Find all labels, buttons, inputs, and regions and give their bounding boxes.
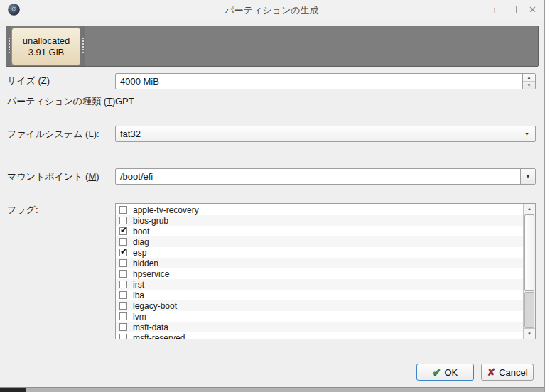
- flag-checkbox[interactable]: [119, 291, 127, 299]
- flag-label: bios-grub: [133, 216, 168, 226]
- flag-row[interactable]: lvm: [116, 311, 524, 322]
- scrollbar-track[interactable]: [524, 292, 534, 328]
- flag-checkbox[interactable]: [119, 334, 127, 339]
- size-label: サイズ (Z): [7, 75, 50, 87]
- left-resize-handle[interactable]: [6, 26, 11, 66]
- spin-down-icon[interactable]: ▼: [523, 82, 535, 89]
- flag-label: esp: [133, 248, 146, 258]
- flag-row[interactable]: msft-data: [116, 322, 524, 332]
- flag-checkbox[interactable]: ✔: [119, 249, 127, 256]
- close-icon[interactable]: ✕: [529, 5, 536, 14]
- flag-label: hpservice: [133, 269, 169, 279]
- segment-size: 3.91 GiB: [28, 47, 65, 58]
- flag-checkbox[interactable]: [119, 259, 127, 267]
- flag-label: lvm: [133, 312, 146, 322]
- mountpoint-combobox[interactable]: /boot/efi ▼: [115, 168, 536, 185]
- flag-checkbox[interactable]: [119, 238, 127, 246]
- flag-row[interactable]: ✔boot: [116, 226, 524, 236]
- grip-dots-icon: [82, 38, 84, 55]
- scroll-up-icon[interactable]: ▲: [524, 204, 535, 214]
- cancel-button[interactable]: ✘ Cancel: [481, 364, 534, 381]
- scrollbar-thumb[interactable]: [524, 214, 534, 291]
- keep-above-icon[interactable]: ↑: [492, 5, 497, 14]
- flag-row[interactable]: ✔esp: [116, 247, 524, 258]
- partition-type-value: GPT: [115, 96, 134, 107]
- flag-label: irst: [133, 280, 144, 290]
- flag-checkbox[interactable]: [119, 302, 127, 310]
- spin-up-icon[interactable]: ▲: [523, 74, 535, 82]
- flag-checkbox[interactable]: [119, 270, 127, 278]
- flags-list[interactable]: apple-tv-recoverybios-grub✔bootdiag✔esph…: [115, 203, 536, 339]
- flag-row[interactable]: apple-tv-recovery: [116, 205, 524, 215]
- segment-label: unallocated: [23, 36, 70, 47]
- filesystem-combobox[interactable]: fat32 ▼: [115, 126, 536, 142]
- flag-row[interactable]: irst: [116, 279, 524, 290]
- mountpoint-dropdown-button[interactable]: ▼: [520, 169, 535, 184]
- window-resize-corner: [0, 388, 26, 392]
- maximize-icon[interactable]: [509, 6, 517, 13]
- unallocated-segment[interactable]: unallocated 3.91 GiB: [11, 28, 81, 65]
- flag-row[interactable]: diag: [116, 236, 524, 247]
- flag-rows: apple-tv-recoverybios-grub✔bootdiag✔esph…: [116, 205, 524, 339]
- flag-row[interactable]: legacy-boot: [116, 300, 524, 311]
- create-partition-dialog: パーティションの生成 ↑ ✕ unallocated 3.91 GiB サイズ …: [0, 0, 545, 392]
- flag-label: apple-tv-recovery: [133, 205, 199, 215]
- flag-checkbox[interactable]: [119, 312, 127, 320]
- grip-dots-icon: [9, 38, 10, 55]
- size-spinbox[interactable]: 4000 MiB ▲ ▼: [115, 73, 536, 89]
- flag-label: msft-data: [133, 322, 168, 332]
- ok-check-icon: ✔: [433, 367, 441, 377]
- cancel-x-icon: ✘: [487, 367, 495, 377]
- flags-scrollbar[interactable]: ▲ ▼: [523, 204, 535, 339]
- right-resize-handle[interactable]: [80, 26, 85, 66]
- titlebar[interactable]: パーティションの生成 ↑ ✕: [0, 0, 544, 19]
- flag-row[interactable]: hidden: [116, 258, 524, 268]
- window-title: パーティションの生成: [0, 4, 544, 17]
- flag-checkbox[interactable]: ✔: [119, 227, 127, 235]
- flag-label: diag: [133, 237, 149, 247]
- flag-label: msft-reserved: [133, 333, 185, 340]
- flag-label: hidden: [133, 258, 158, 268]
- partition-type-label: パーティションの種類 (T):: [7, 96, 118, 107]
- flag-row[interactable]: bios-grub: [116, 215, 524, 226]
- chevron-down-icon: ▼: [526, 174, 531, 179]
- checkmark-icon: ✔: [120, 246, 127, 256]
- size-value: 4000 MiB: [120, 74, 159, 89]
- flag-label: legacy-boot: [133, 301, 177, 311]
- flag-label: boot: [133, 227, 149, 236]
- checkmark-icon: ✔: [120, 225, 127, 235]
- flag-label: lba: [133, 290, 144, 300]
- mountpoint-value: /boot/efi: [120, 169, 153, 184]
- ok-button[interactable]: ✔ OK: [416, 364, 474, 381]
- filesystem-value: fat32: [120, 126, 141, 141]
- window-controls: ↑ ✕: [492, 0, 536, 19]
- flag-row[interactable]: lba: [116, 290, 524, 300]
- flag-row[interactable]: hpservice: [116, 268, 524, 279]
- flags-label: フラグ:: [7, 205, 38, 216]
- flag-row[interactable]: msft-reserved: [116, 332, 524, 339]
- cancel-button-label: Cancel: [499, 367, 527, 378]
- chevron-down-icon: ▼: [524, 131, 529, 136]
- scroll-down-icon[interactable]: ▼: [524, 328, 535, 339]
- window-bottom-frame: [0, 387, 544, 392]
- flag-checkbox[interactable]: [119, 217, 127, 224]
- ok-button-label: OK: [444, 367, 458, 378]
- mountpoint-label: マウントポイント (M): [7, 171, 99, 183]
- spin-buttons: ▲ ▼: [522, 74, 535, 89]
- filesystem-label: ファイルシステム (L):: [7, 129, 99, 140]
- partition-size-bar: unallocated 3.91 GiB: [6, 26, 539, 67]
- flag-checkbox[interactable]: [119, 206, 127, 214]
- flag-checkbox[interactable]: [119, 281, 127, 288]
- flag-checkbox[interactable]: [119, 323, 127, 331]
